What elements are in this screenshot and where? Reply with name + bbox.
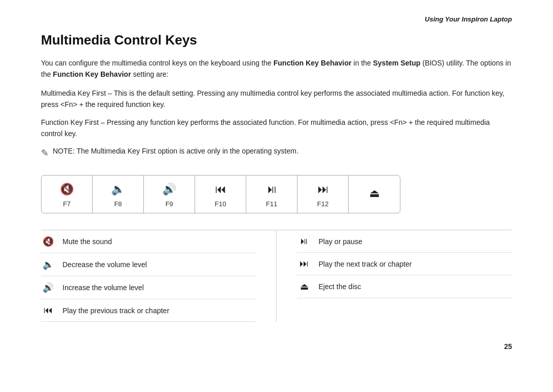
para1-text: – This is the default setting. Pressing … — [41, 89, 504, 108]
key-f9: 🔊 F9 — [144, 176, 195, 213]
key-f11: ⏯ F11 — [246, 176, 297, 213]
key-eject: ⏏ — [349, 176, 400, 213]
ref-col-left: 🔇 Mute the sound 🔈 Decrease the volume l… — [41, 230, 276, 322]
ref-vol-up: 🔊 Increase the volume level — [41, 276, 256, 299]
key-f7: 🔇 F7 — [41, 176, 93, 213]
vol-down-icon: 🔈 — [111, 183, 125, 196]
key-f10: ⏮ F10 — [195, 176, 246, 213]
intro-text-4: setting are: — [131, 70, 168, 78]
page-header: Using Your Inspiron Laptop — [41, 15, 512, 23]
key-f7-label: F7 — [63, 200, 71, 208]
page-title: Multimedia Control Keys — [41, 32, 512, 48]
ref-play-pause-text: Play or pause — [318, 237, 363, 246]
ref-eject: ⏏ Eject the disc — [297, 275, 512, 298]
intro-bold-1: Function Key Behavior — [273, 59, 351, 67]
ref-prev-track-icon: ⏮ — [41, 305, 55, 316]
reference-table: 🔇 Mute the sound 🔈 Decrease the volume l… — [41, 230, 512, 322]
para2-text: – Pressing any function key performs the… — [41, 118, 490, 138]
note-block: ✎ NOTE: The Multimedia Key First option … — [41, 145, 512, 161]
note-label: NOTE — [53, 147, 73, 155]
note-text: NOTE: The Multimedia Key First option is… — [53, 145, 299, 157]
key-f9-label: F9 — [165, 200, 173, 208]
intro-bold-2: System Setup — [373, 59, 420, 67]
ref-eject-icon: ⏏ — [297, 281, 311, 292]
paragraph-function-key-first: Function Key First – Pressing any functi… — [41, 117, 512, 140]
ref-play-pause-icon: ⏯ — [297, 236, 311, 247]
ref-mute-icon: 🔇 — [41, 236, 55, 247]
key-f10-label: F10 — [215, 200, 226, 208]
note-bold: Multimedia Key First — [91, 147, 156, 155]
para1-bold: Multimedia Key First — [41, 89, 106, 97]
intro-text-1: You can configure the multimedia control… — [41, 59, 273, 67]
para2-bold: Function Key First — [41, 118, 99, 126]
play-pause-icon: ⏯ — [266, 183, 278, 196]
vol-up-icon: 🔊 — [162, 183, 176, 196]
ref-mute: 🔇 Mute the sound — [41, 230, 256, 253]
ref-next-track: ⏭ Play the next track or chapter — [297, 253, 512, 275]
ref-next-track-text: Play the next track or chapter — [318, 260, 412, 268]
key-f11-label: F11 — [266, 200, 277, 208]
ref-vol-down-text: Decrease the volume level — [62, 260, 147, 269]
note-text-1: : The — [73, 147, 91, 155]
next-track-icon: ⏭ — [317, 183, 329, 196]
ref-prev-track-text: Play the previous track or chapter — [62, 307, 169, 315]
eject-icon: ⏏ — [369, 187, 380, 200]
ref-eject-text: Eject the disc — [318, 282, 361, 291]
intro-text-2: in the — [351, 59, 373, 67]
mute-icon: 🔇 — [60, 183, 74, 196]
page-number: 25 — [41, 342, 512, 351]
ref-vol-up-icon: 🔊 — [41, 282, 55, 293]
ref-play-pause: ⏯ Play or pause — [297, 230, 512, 253]
ref-prev-track: ⏮ Play the previous track or chapter — [41, 299, 256, 322]
ref-vol-down-icon: 🔈 — [41, 259, 55, 270]
key-f8-label: F8 — [114, 200, 122, 208]
key-f8: 🔈 F8 — [93, 176, 144, 213]
note-text-2: option is active only in the operating s… — [156, 147, 299, 155]
key-f12: ⏭ F12 — [297, 176, 349, 213]
key-f12-label: F12 — [317, 200, 328, 208]
key-diagram: 🔇 F7 🔈 F8 🔊 F9 ⏮ F10 ⏯ F11 ⏭ F12 ⏏ — [41, 175, 400, 213]
ref-col-right: ⏯ Play or pause ⏭ Play the next track or… — [276, 230, 512, 322]
prev-track-icon: ⏮ — [215, 183, 226, 196]
ref-vol-down: 🔈 Decrease the volume level — [41, 253, 256, 276]
ref-next-track-icon: ⏭ — [297, 258, 311, 269]
paragraph-multimedia-key-first: Multimedia Key First – This is the defau… — [41, 88, 512, 111]
ref-vol-up-text: Increase the volume level — [62, 284, 144, 292]
ref-mute-text: Mute the sound — [62, 237, 112, 246]
intro-paragraph: You can configure the multimedia control… — [41, 57, 512, 80]
intro-bold-3: Function Key Behavior — [53, 70, 131, 78]
note-icon: ✎ — [41, 146, 49, 161]
